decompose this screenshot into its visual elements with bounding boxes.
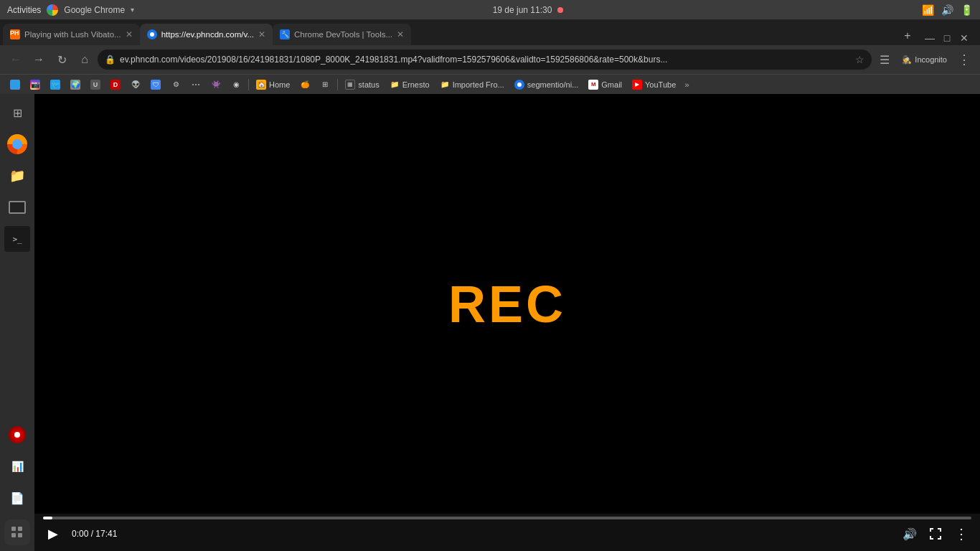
maximize-button[interactable]: □ [940, 31, 954, 45]
bookmark-gear[interactable]: ⚙ [166, 78, 185, 91]
play-button[interactable]: ▶ [43, 524, 63, 544]
bookmark-ig[interactable]: 📷 [26, 78, 44, 91]
volume-icon[interactable]: 🔊 [941, 4, 953, 16]
sidebar-icon-firefox[interactable] [4, 131, 30, 157]
sidebar-icon-monitor[interactable]: 📊 [4, 453, 30, 479]
bookmark-label-imported: Imported Fro... [453, 80, 504, 89]
system-bar: Activities Google Chrome ▾ 19 de jun 11:… [0, 0, 980, 19]
sidebar-icon-apps[interactable] [4, 519, 30, 545]
new-tab-button[interactable]: + [898, 27, 917, 45]
bookmark-alien2[interactable]: 👾 [207, 78, 225, 91]
video-controls: ▶ 0:00 / 17:41 🔊 ⋮ [34, 514, 980, 551]
bookmark-favicon-twitter: 🐦 [50, 80, 60, 90]
bookmark-home[interactable]: 🏠 Home [252, 78, 294, 91]
bookmark-d[interactable]: D [106, 78, 125, 91]
bookmark-favicon-ernesto: 📁 [390, 80, 400, 90]
home-button[interactable]: ⌂ [75, 50, 95, 70]
bookmark-youtube[interactable]: ▶ YouTube [628, 78, 680, 91]
bookmark-orange[interactable]: 🍊 [296, 78, 314, 91]
close-button[interactable]: ✕ [957, 31, 971, 45]
bookmark-favicon-gmail: M [588, 80, 598, 90]
chrome-menu-button[interactable]: ⋮ [954, 50, 974, 70]
bookmarks-bar: 🌐 📷 🐦 🌍 U D 👽 🛡 ⚙ ⋯ 👾 [0, 74, 980, 94]
bookmark-favicon-u: U [90, 80, 100, 90]
bookmark-favicon-circle: ◉ [231, 80, 241, 90]
bookmark-favicon-ig: 📷 [30, 80, 40, 90]
sidebar-icon-grid[interactable]: ⊞ [4, 100, 30, 126]
bookmark-globe[interactable]: 🌐 [6, 78, 24, 91]
bookmark-label-status: status [358, 80, 379, 89]
sidebar-icon-document[interactable]: 📄 [4, 485, 30, 511]
browser-chrome: PH Playing with Lush Vibato... ✕ https:/… [0, 19, 980, 94]
tab-close-devtools[interactable]: ✕ [397, 29, 404, 39]
bookmark-circle[interactable]: ◉ [227, 78, 245, 91]
bookmark-favicon-orange: 🍊 [300, 80, 310, 90]
sidebar-icon-dev[interactable] [4, 422, 30, 448]
incognito-icon: 🕵 [902, 55, 912, 65]
bookmark-ernesto[interactable]: 📁 Ernesto [385, 78, 434, 91]
bookmark-favicon-alien2: 👾 [211, 80, 221, 90]
bookmark-favicon-globe: 🌐 [10, 80, 20, 90]
sidebar-icon-screenshot[interactable] [4, 194, 30, 220]
linux-sidebar: ⊞ 📁 >_ 📊 📄 [0, 94, 34, 551]
bookmark-label-ernesto: Ernesto [402, 80, 430, 89]
incognito-label: Incognito [915, 55, 947, 64]
tab-close-ph[interactable]: ✕ [126, 29, 133, 39]
forward-button[interactable]: → [29, 50, 49, 70]
sidebar-icon-terminal[interactable]: >_ [4, 226, 30, 252]
tab-title-ph: Playing with Lush Vibato... [24, 30, 121, 39]
time-display: 0:00 / 17:41 [72, 529, 117, 539]
tab-bar: PH Playing with Lush Vibato... ✕ https:/… [0, 19, 980, 45]
minimize-button[interactable]: — [923, 31, 937, 45]
bookmark-u[interactable]: U [86, 78, 105, 91]
bookmark-status[interactable]: ▦ status [341, 78, 383, 91]
tab-favicon-ph: PH [10, 29, 20, 39]
bookmark-twitter[interactable]: 🐦 [46, 78, 65, 91]
sidebar-icon-files[interactable]: 📁 [4, 163, 30, 189]
bookmark-favicon-dots: ⋯ [191, 80, 201, 90]
fullscreen-button[interactable] [925, 524, 946, 544]
bookmark-globe2[interactable]: 🌍 [66, 78, 85, 91]
bookmark-favicon-shield: 🛡 [151, 80, 161, 90]
controls-right: 🔊 ⋮ [900, 524, 971, 544]
bookmark-favicon-grid: ⊞ [320, 80, 330, 90]
bookmark-alien[interactable]: 👽 [126, 78, 145, 91]
progress-bar[interactable] [43, 517, 971, 519]
bookmark-imported[interactable]: 📁 Imported Fro... [435, 78, 509, 91]
rec-overlay-text: REC [448, 275, 566, 334]
datetime: 19 de jun 11:30 [493, 5, 552, 15]
back-button[interactable]: ← [6, 50, 26, 70]
tab-ph[interactable]: PH Playing with Lush Vibato... ✕ [3, 24, 140, 45]
bookmarks-overflow[interactable]: » [682, 79, 692, 90]
tab-devtools[interactable]: 🔧 Chrome DevTools | Tools... ✕ [273, 24, 411, 45]
address-bar[interactable]: 🔒 ev.phncdn.com/videos/201908/16/2419818… [98, 50, 872, 70]
activities-button[interactable]: Activities [7, 5, 41, 15]
incognito-button[interactable]: 🕵 Incognito [896, 54, 953, 66]
bookmark-label-home: Home [269, 80, 290, 89]
tab-video[interactable]: https://ev.phncdn.com/v... ✕ [140, 24, 273, 45]
bookmark-segmentio[interactable]: segmentio/ni... [510, 78, 583, 91]
bookmark-favicon-status: ▦ [345, 80, 355, 90]
nav-right: ☰ 🕵 Incognito ⋮ [875, 50, 974, 70]
bookmark-favicon-segmentio [514, 80, 524, 90]
bookmark-favicon-d: D [110, 80, 121, 90]
reading-list-button[interactable]: ☰ [875, 50, 895, 70]
recording-dot [557, 7, 563, 13]
bookmark-shield[interactable]: 🛡 [146, 78, 165, 91]
wifi-icon: 📶 [922, 4, 934, 16]
bookmark-star-icon[interactable]: ☆ [855, 54, 864, 65]
lock-icon: 🔒 [105, 55, 116, 65]
bookmark-dots[interactable]: ⋯ [187, 78, 205, 91]
reload-button[interactable]: ↻ [52, 50, 72, 70]
volume-button[interactable]: 🔊 [900, 524, 920, 544]
progress-bar-fill [43, 517, 52, 519]
tab-title-video: https://ev.phncdn.com/v... [161, 30, 254, 39]
bookmark-gmail[interactable]: M Gmail [584, 78, 626, 91]
bookmark-grid[interactable]: ⊞ [316, 78, 334, 91]
more-options-button[interactable]: ⋮ [951, 524, 971, 544]
dropdown-arrow[interactable]: ▾ [131, 6, 134, 14]
video-main[interactable]: REC [34, 94, 980, 514]
tab-favicon-devtools: 🔧 [280, 29, 290, 39]
tab-close-video[interactable]: ✕ [258, 29, 265, 39]
url-text: ev.phncdn.com/videos/201908/16/241981831… [120, 55, 851, 65]
